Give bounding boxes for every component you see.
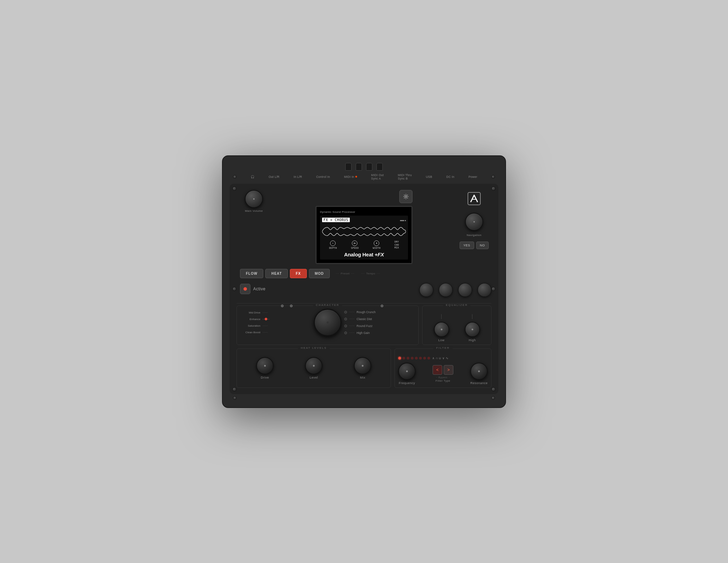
frequency-group: Frequency	[398, 363, 416, 385]
filter-next-button[interactable]: >	[444, 365, 453, 375]
filter-prev-button[interactable]: <	[433, 365, 442, 375]
clean-boost-dot	[281, 305, 284, 307]
main-volume-knob[interactable]	[245, 190, 263, 208]
display-param-mix: DRYCHOMIX	[394, 240, 399, 249]
connectors-area	[230, 163, 498, 171]
char-sliders: Mid Drive ········ Enhance	[240, 311, 311, 334]
brand-logo	[465, 190, 483, 207]
mix-label: Mix	[360, 376, 366, 379]
filter-shape-bp: ∩	[436, 356, 438, 360]
equalizer-title: EQUALIZER	[443, 303, 470, 307]
eq-low-label: Low	[438, 338, 444, 342]
encoder-knob-1[interactable]	[419, 283, 433, 297]
frequency-label: Frequency	[399, 381, 415, 385]
char-modes: ········ Rough Crunch ········ Classic D…	[344, 310, 415, 335]
screw-bl	[232, 387, 237, 391]
filter-bypass-label: Bypass	[438, 376, 447, 379]
classic-dist-row: ········ Classic Dist	[344, 317, 415, 321]
filter-section: FILTER ∧	[394, 348, 491, 388]
settings-button[interactable]	[399, 190, 412, 203]
bottom-area: HEAT LEVELS Drive Level Mix	[237, 348, 491, 388]
mix-label: DRYCHOMIX	[394, 240, 399, 249]
high-gain-led	[344, 332, 347, 334]
heat-knobs: Drive Level Mix	[240, 352, 387, 379]
active-row: Active	[237, 284, 269, 294]
clean-boost-row: Clean Boost ········	[240, 331, 311, 334]
port-control-in: Control In	[316, 175, 330, 179]
depth-icon	[330, 240, 336, 246]
character-title: CHARACTER	[313, 303, 342, 307]
mix-knob[interactable]	[354, 357, 371, 374]
display: Dynamic Sound Processor FX > CHORUS	[316, 206, 412, 264]
enhance-row: Enhance	[240, 318, 311, 321]
main-panel: Main Volume Dynamic Sound Processor	[230, 184, 498, 394]
eq-high-label: High	[469, 338, 476, 342]
drive-label: Drive	[261, 376, 269, 379]
eq-high-knob[interactable]	[465, 322, 480, 337]
mod-button[interactable]: MOD	[309, 269, 330, 278]
navigation-knob[interactable]	[465, 213, 483, 231]
filter-led-4	[411, 357, 414, 360]
classic-dist-led	[344, 318, 347, 320]
level-knob[interactable]	[305, 357, 322, 374]
encoder-knob-3[interactable]	[458, 283, 472, 297]
button-row: FLOW HEAT FX MOD ··· Preset ··· ··· Temp…	[237, 269, 491, 278]
drive-knob[interactable]	[256, 357, 274, 374]
svg-rect-1	[468, 192, 480, 205]
character-inner: Mid Drive ········ Enhance	[240, 309, 415, 336]
frequency-knob[interactable]	[398, 363, 416, 380]
port-headphone: 🎧	[251, 175, 255, 179]
filter-title: FILTER	[434, 346, 453, 349]
no-button[interactable]: NO	[476, 242, 489, 249]
clean-boost-label: Clean Boost	[240, 331, 260, 334]
eq-low-tick	[441, 314, 442, 319]
yes-button[interactable]: YES	[460, 242, 474, 249]
display-brand: Analog Heat +FX	[322, 252, 406, 257]
speed-icon	[352, 240, 357, 246]
preset-tempo: ··· Preset ··· ··· Tempo ···	[336, 272, 380, 275]
equalizer-section: EQUALIZER Low High	[422, 306, 491, 345]
corner-screw-tr	[491, 175, 495, 179]
high-gain-row: ········ High Gain	[344, 331, 415, 335]
eq-high-tick	[472, 314, 472, 319]
control-in-connector	[376, 163, 383, 171]
eq-low-knob[interactable]	[434, 322, 449, 337]
screw-tl	[232, 187, 237, 191]
filter-shape-ap: ∿	[446, 356, 449, 360]
resonance-group: Resonance	[470, 363, 488, 385]
classic-dist-label: Classic Dist	[357, 317, 372, 321]
heat-button[interactable]: HEAT	[265, 269, 287, 278]
heat-title: HEAT LEVELS	[298, 346, 329, 349]
eq-low-group: Low	[434, 314, 449, 342]
preset-item: ··· Preset ···	[336, 272, 354, 275]
right-section: Navigation YES NO	[457, 190, 491, 249]
port-dc-in: DC In	[446, 175, 454, 179]
mid-drive-row: Mid Drive ········	[240, 311, 311, 314]
resonance-knob[interactable]	[470, 363, 488, 380]
encoder-knob-2[interactable]	[439, 283, 453, 297]
flow-button[interactable]: FLOW	[240, 269, 263, 278]
filter-led-7	[423, 357, 426, 360]
high-gain-label: High Gain	[357, 331, 370, 335]
filter-led-1	[398, 357, 401, 360]
eq-high-group: High	[465, 314, 480, 342]
drive-group: Drive	[256, 357, 274, 379]
character-knob[interactable]	[314, 309, 341, 336]
main-volume-label: Main Volume	[245, 209, 263, 212]
rough-crunch-label: Rough Crunch	[357, 310, 376, 314]
fx-button[interactable]: FX	[290, 269, 307, 278]
mid-drive-dot	[381, 305, 383, 307]
heat-section: HEAT LEVELS Drive Level Mix	[237, 348, 391, 388]
mid-drive-label: Mid Drive	[240, 311, 260, 314]
encoder-knob-4[interactable]	[478, 283, 491, 297]
active-led	[243, 287, 247, 291]
port-usb: USB	[426, 175, 432, 179]
navigation-label: Navigation	[467, 234, 482, 237]
bottom-screw-l	[233, 396, 237, 400]
rough-crunch-led	[344, 311, 347, 314]
level-group: Level	[305, 357, 322, 379]
display-params: DEPTH SPEED	[322, 240, 406, 249]
port-midi-out: MIDI OutSync A	[371, 173, 384, 180]
active-button[interactable]	[240, 284, 250, 294]
enhance-dot	[265, 318, 267, 320]
